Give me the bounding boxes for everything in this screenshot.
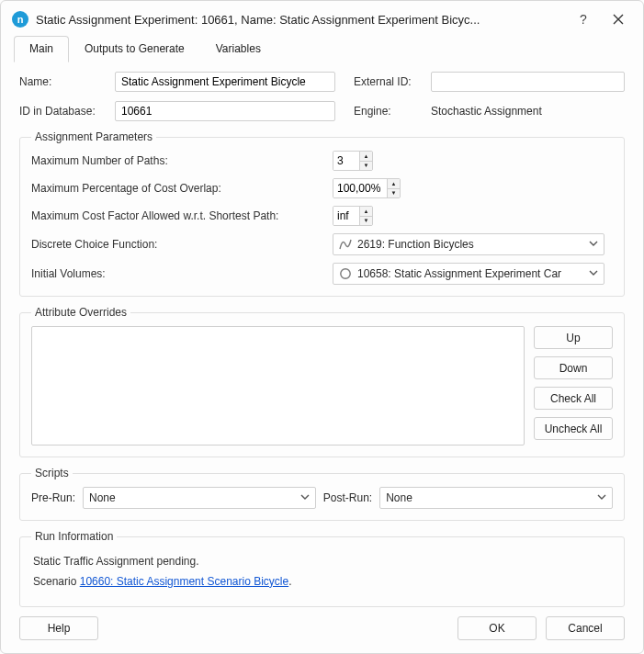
post-run-value: None: [386, 491, 597, 504]
post-run-label: Post-Run:: [323, 491, 372, 504]
up-button[interactable]: Up: [534, 326, 613, 349]
row-name: Name: External ID:: [19, 72, 625, 92]
titlebar: n Static Assignment Experiment: 10661, N…: [1, 1, 643, 36]
dialog-footer: Help OK Cancel: [1, 609, 643, 653]
content-area: Name: External ID: ID in Database: Engin…: [1, 62, 643, 609]
attribute-overrides-list[interactable]: [31, 326, 525, 445]
pre-run-label: Pre-Run:: [31, 491, 75, 504]
init-vol-combo[interactable]: 10658: Static Assignment Experiment Car: [333, 263, 604, 285]
tab-main[interactable]: Main: [14, 36, 69, 62]
attribute-overrides-legend: Attribute Overrides: [31, 306, 130, 319]
scenario-suffix: .: [288, 575, 291, 588]
attribute-overrides-buttons: Up Down Check All Uncheck All: [534, 326, 613, 440]
attribute-overrides-group: Attribute Overrides Up Down Check All Un…: [19, 306, 625, 457]
db-id-input[interactable]: [115, 101, 335, 121]
post-run-combo[interactable]: None: [379, 487, 613, 509]
window-title: Static Assignment Experiment: 10661, Nam…: [36, 13, 562, 27]
help-button-footer[interactable]: Help: [19, 616, 98, 640]
max-overlap-input[interactable]: [333, 179, 387, 197]
svg-point-0: [341, 269, 350, 278]
scenario-link[interactable]: 10660: Static Assignment Scenario Bicycl…: [80, 575, 288, 588]
pre-run-value: None: [89, 491, 300, 504]
spinner-up[interactable]: ▲: [388, 179, 400, 189]
run-info-scenario-line: Scenario 10660: Static Assignment Scenar…: [33, 572, 611, 592]
assignment-parameters-group: Assignment Parameters Maximum Number of …: [19, 130, 625, 297]
spinner-buttons: ▲ ▼: [359, 152, 372, 170]
spinner-down[interactable]: ▼: [360, 217, 372, 226]
dialog-window: n Static Assignment Experiment: 10661, N…: [0, 0, 644, 654]
tab-variables[interactable]: Variables: [200, 36, 277, 62]
down-button[interactable]: Down: [534, 356, 613, 379]
circle-icon: [339, 267, 352, 280]
max-overlap-spinner[interactable]: ▲ ▼: [333, 178, 401, 198]
dcf-label: Discrete Choice Function:: [31, 238, 325, 251]
external-id-label: External ID:: [354, 75, 424, 88]
run-info-status: Static Traffic Assignment pending.: [33, 552, 611, 572]
max-overlap-label: Maximum Percentage of Cost Overlap:: [31, 182, 325, 195]
max-paths-spinner[interactable]: ▲ ▼: [333, 151, 373, 171]
close-icon: [613, 14, 624, 25]
close-button[interactable]: [604, 8, 632, 30]
init-vol-value: 10658: Static Assignment Experiment Car: [357, 267, 589, 280]
help-icon: ?: [580, 12, 587, 27]
check-all-button[interactable]: Check All: [534, 387, 613, 410]
tab-outputs[interactable]: Outputs to Generate: [69, 36, 200, 62]
function-icon: [339, 238, 352, 251]
spinner-down[interactable]: ▼: [388, 189, 400, 198]
max-cost-label: Maximum Cost Factor Allowed w.r.t. Short…: [31, 209, 325, 222]
scripts-group: Scripts Pre-Run: None Post-Run: None: [19, 467, 625, 521]
row-dbid: ID in Database: Engine: Stochastic Assig…: [19, 101, 625, 121]
engine-label: Engine:: [354, 105, 424, 118]
chevron-down-icon: [589, 267, 598, 280]
init-vol-label: Initial Volumes:: [31, 267, 325, 280]
chevron-down-icon: [300, 491, 310, 504]
uncheck-all-button[interactable]: Uncheck All: [534, 417, 613, 440]
app-icon: n: [12, 11, 28, 28]
tab-bar: Main Outputs to Generate Variables: [1, 36, 643, 62]
max-paths-input[interactable]: [333, 152, 359, 170]
spinner-down[interactable]: ▼: [360, 162, 372, 171]
max-cost-spinner[interactable]: ▲ ▼: [333, 206, 373, 226]
engine-value: Stochastic Assignment: [431, 105, 542, 118]
ok-button[interactable]: OK: [458, 616, 537, 640]
spinner-buttons: ▲ ▼: [387, 179, 400, 197]
run-information-legend: Run Information: [31, 530, 117, 543]
help-button[interactable]: ?: [570, 8, 597, 30]
scenario-prefix: Scenario: [33, 575, 80, 588]
name-label: Name:: [19, 75, 107, 88]
spinner-up[interactable]: ▲: [360, 207, 372, 217]
assignment-parameters-legend: Assignment Parameters: [31, 130, 156, 143]
name-input[interactable]: [115, 72, 335, 92]
db-id-label: ID in Database:: [19, 105, 107, 118]
dcf-value: 2619: Function Bicycles: [357, 238, 589, 251]
spinner-buttons: ▲ ▼: [359, 207, 372, 225]
max-paths-label: Maximum Number of Paths:: [31, 154, 325, 167]
chevron-down-icon: [589, 238, 598, 251]
pre-run-combo[interactable]: None: [83, 487, 316, 509]
scripts-legend: Scripts: [31, 467, 73, 479]
external-id-input[interactable]: [431, 72, 625, 92]
spinner-up[interactable]: ▲: [360, 152, 372, 162]
dcf-combo[interactable]: 2619: Function Bicycles: [333, 233, 604, 255]
max-cost-input[interactable]: [333, 207, 359, 225]
run-information-group: Run Information Static Traffic Assignmen…: [19, 530, 625, 607]
cancel-button[interactable]: Cancel: [546, 616, 625, 640]
chevron-down-icon: [597, 491, 606, 504]
